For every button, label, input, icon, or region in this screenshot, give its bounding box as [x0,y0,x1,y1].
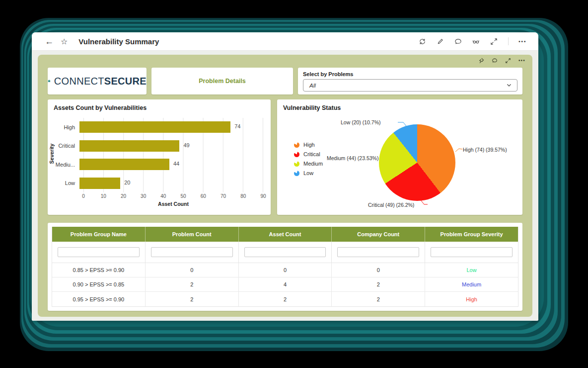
select-problems-dropdown[interactable]: All [303,79,517,92]
x-tick-label: 0 [82,193,85,199]
legend-label: Low [303,170,313,176]
table-cell: 4 [239,277,332,291]
toolbar-divider [508,37,509,45]
bar-row: Critical49 [52,137,263,156]
legend-pie-icon [294,152,299,157]
table-filter-input[interactable] [151,247,233,257]
bar-category-label: Mediu... [52,162,79,168]
pie-label-critical: Critical (49) (26.2%) [368,202,414,208]
window-body: ••• CONNECTSECURE Probl [32,51,538,321]
table-header-cell[interactable]: Problem Group Name [52,227,146,242]
legend-pie-icon [294,171,299,176]
legend-item-high[interactable]: High [294,142,323,148]
pie-chart-title: Vulnerability Status [283,104,341,111]
table-row[interactable]: 0.95 > EPSS >= 0.90222High [52,292,518,306]
more-ellipsis-icon[interactable]: ••• [518,38,526,44]
bar-medium[interactable] [79,159,169,170]
table-cell: 0.85 > EPSS >= 0.90 [52,263,146,277]
select-problems-panel: Select by Problems All [298,68,522,94]
table-cell: 0 [332,263,425,277]
problems-table: Problem Group NameProblem CountAsset Cou… [52,227,518,307]
table-cell: 2 [239,292,332,306]
table-filter-input[interactable] [431,247,513,257]
window-titlebar: ← ☆ Vulnerability Summary ••• [32,32,538,51]
bar-chart-bars: High74Critical49Mediu...44Low20 [52,118,263,192]
pie-label-medium: Medium (44) (23.53%) [327,155,378,161]
bar-chart-y-axis-label: Severity [49,136,55,171]
table-cell: 2 [332,292,425,306]
x-tick-label: 90 [260,193,266,199]
table-cell: 0.95 > EPSS >= 0.90 [52,292,146,306]
table-filter-cell [52,242,146,263]
x-tick-label: 60 [201,193,206,199]
edit-pencil-icon[interactable] [437,37,444,45]
table-filter-input[interactable] [337,247,419,257]
problem-details-panel[interactable]: Problem Details [151,68,293,94]
table-cell-severity: Medium [425,277,518,291]
bar-value-label: 49 [183,142,189,148]
brand-text: CONNECTSECURE [54,76,147,87]
bar-critical[interactable] [79,140,179,152]
bar-chart-panel: Assets Count by Vulnerabilities High74Cr… [48,99,271,215]
refresh-icon[interactable] [419,37,427,45]
bar-row: High74 [52,118,263,137]
bar-high[interactable] [79,121,230,133]
bar-chart-x-axis-label: Asset Count [83,201,263,207]
table-row[interactable]: 0.85 > EPSS >= 0.90000Low [52,263,518,277]
legend-label: Critical [303,151,320,157]
legend-pie-icon [294,161,299,167]
expand-icon[interactable] [505,57,512,64]
comment-bubble-icon[interactable] [454,37,462,45]
table-body: 0.85 > EPSS >= 0.90000Low0.90 > EPSS >= … [52,263,518,306]
table-filter-input[interactable] [58,247,140,257]
more-ellipsis-icon[interactable]: ••• [518,58,525,63]
table-header-cell[interactable]: Company Count [332,227,425,242]
app-window: ← ☆ Vulnerability Summary ••• [32,32,538,321]
reading-glasses-icon[interactable] [472,37,480,45]
table-cell: 2 [332,277,425,291]
x-tick-label: 10 [101,193,106,199]
table-panel: Problem Group NameProblem CountAsset Cou… [48,223,522,311]
page-title: Vulnerability Summary [78,37,159,46]
x-tick-label: 80 [240,193,246,199]
bar-track: 44 [79,159,263,170]
star-icon[interactable]: ☆ [61,37,68,46]
bar-category-label: Critical [52,143,79,149]
table-header-row: Problem Group NameProblem CountAsset Cou… [52,227,518,242]
table-header-cell[interactable]: Problem Count [146,227,239,242]
table-cell: 0 [146,263,239,277]
table-filter-cell [332,242,425,263]
bar-category-label: High [52,124,79,130]
bar-track: 74 [79,121,263,133]
legend-pie-icon [294,142,299,148]
dropdown-value: All [309,83,316,89]
pie-label-high: High (74) (39.57%) [463,147,507,153]
logo-panel: CONNECTSECURE [48,68,147,94]
table-header-cell[interactable]: Asset Count [239,227,332,242]
back-arrow-icon[interactable]: ← [45,36,54,47]
pie-chart[interactable] [379,124,455,201]
bar-low[interactable] [79,178,120,189]
bar-value-label: 74 [234,123,240,129]
legend-item-critical[interactable]: Critical [294,151,323,157]
table-header-cell[interactable]: Problem Group Severity [425,227,518,242]
table-row[interactable]: 0.90 > EPSS >= 0.85242Medium [52,277,518,292]
table-cell: 2 [146,277,239,291]
legend-item-medium[interactable]: Medium [294,161,323,167]
pie-label-low: Low (20) (10.7%) [341,119,381,125]
bar-value-label: 44 [173,161,179,167]
table-cell-severity: Low [425,263,518,277]
legend-item-low[interactable]: Low [294,170,323,176]
table-cell: 0.90 > EPSS >= 0.85 [52,277,146,291]
table-cell: 2 [146,292,239,306]
bar-row: Low20 [52,174,263,193]
pin-icon[interactable] [478,57,485,64]
x-tick-label: 20 [121,193,126,199]
comment-bubble-icon[interactable] [492,57,498,64]
table-filter-input[interactable] [244,247,326,257]
expand-icon[interactable] [490,37,498,45]
bar-chart-title: Assets Count by Vulnerabilities [54,104,147,111]
table-filter-cell [425,242,518,263]
chevron-down-icon [506,81,512,90]
turtle-logo-icon [48,71,51,91]
